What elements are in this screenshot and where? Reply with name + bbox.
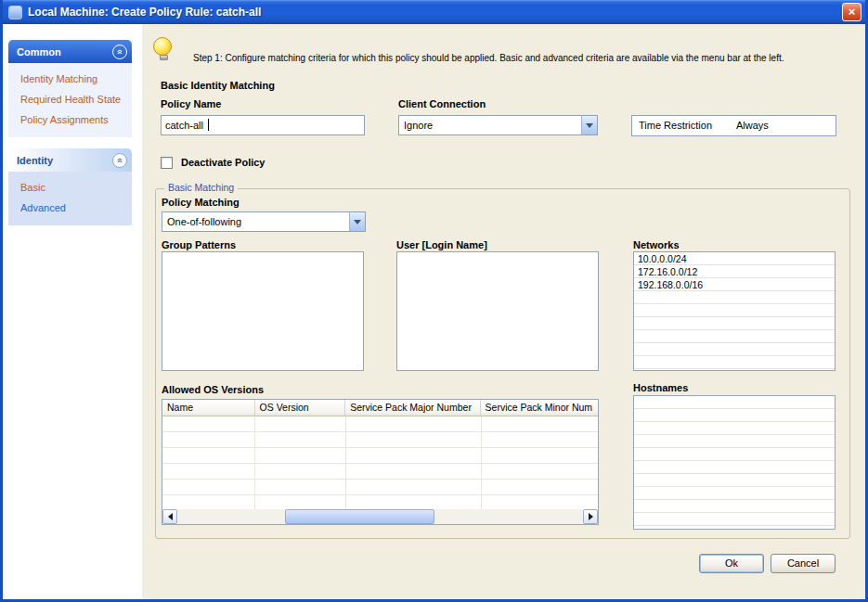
chevron-up-icon[interactable]: » <box>112 153 127 168</box>
scroll-left-icon[interactable] <box>162 509 177 524</box>
sidebar-item[interactable]: Identity Matching <box>8 69 132 89</box>
client-connection-label: Client Connection <box>398 98 486 109</box>
grid-line <box>254 416 255 509</box>
client-connection-dropdown[interactable]: Ignore <box>398 115 598 135</box>
sidebar-item[interactable]: Basic <box>8 177 132 198</box>
policy-matching-dropdown[interactable]: One-of-following <box>162 211 366 232</box>
sidebar: Common » Identity MatchingRequired Healt… <box>8 40 132 225</box>
cancel-button[interactable]: Cancel <box>771 554 836 573</box>
network-list-item[interactable]: 10.0.0.0/24 <box>634 252 835 265</box>
column-header[interactable]: Service Pack Major Number <box>345 400 480 416</box>
group-patterns-label: Group Patterns <box>162 239 236 250</box>
close-icon[interactable]: × <box>842 3 862 21</box>
policy-matching-label: Policy Matching <box>162 197 240 208</box>
horizontal-scrollbar[interactable] <box>162 509 598 524</box>
chevron-up-icon[interactable]: » <box>112 45 127 59</box>
time-restriction-field[interactable]: Time Restriction Always <box>631 115 836 136</box>
window-icon <box>8 6 22 19</box>
dialog-body: Common » Identity MatchingRequired Healt… <box>3 24 865 599</box>
policy-matching-value: One-of-following <box>167 216 241 227</box>
deactivate-policy-label: Deactivate Policy <box>181 157 266 168</box>
client-connection-value: Ignore <box>404 120 433 131</box>
window-title: Local Machine: Create Policy Rule: catch… <box>28 6 261 19</box>
user-login-listbox[interactable] <box>396 251 599 371</box>
network-list-item[interactable]: 192.168.0.0/16 <box>634 278 835 291</box>
column-header[interactable]: Name <box>162 400 255 416</box>
scroll-right-icon[interactable] <box>583 509 598 524</box>
network-list-item[interactable]: 172.16.0.0/12 <box>634 265 835 278</box>
text-caret <box>208 119 209 131</box>
user-login-label: User [Login Name] <box>396 239 487 250</box>
sidebar-item[interactable]: Advanced <box>8 198 132 218</box>
dropdown-arrow-icon[interactable] <box>349 212 365 231</box>
sidebar-section-common-header[interactable]: Common » <box>8 40 132 63</box>
step-instruction: Step 1: Configure matching criteria for … <box>193 52 834 64</box>
column-header[interactable]: Service Pack Minor Num <box>481 400 598 416</box>
sidebar-section-common-items: Identity MatchingRequired Health StatePo… <box>8 63 132 137</box>
dialog-window: Local Machine: Create Policy Rule: catch… <box>0 0 868 602</box>
ok-button[interactable]: Ok <box>699 554 764 573</box>
hostnames-label: Hostnames <box>633 382 688 393</box>
policy-name-field <box>161 115 365 135</box>
group-patterns-listbox[interactable] <box>162 251 364 371</box>
sidebar-item[interactable]: Required Health State <box>8 89 132 109</box>
lightbulb-icon <box>153 37 174 60</box>
time-restriction-value: Always <box>736 120 769 131</box>
section-heading: Basic Identity Matching <box>161 80 275 91</box>
scrollbar-thumb[interactable] <box>285 509 434 524</box>
main-panel: Step 1: Configure matching criteria for … <box>142 24 865 599</box>
dropdown-arrow-icon[interactable] <box>581 116 597 134</box>
sidebar-section-identity-title: Identity <box>17 155 53 166</box>
allowed-os-label: Allowed OS Versions <box>162 384 264 395</box>
time-restriction-label: Time Restriction <box>639 120 712 131</box>
title-bar[interactable]: Local Machine: Create Policy Rule: catch… <box>3 0 865 24</box>
basic-matching-legend: Basic Matching <box>164 182 238 193</box>
hostnames-listbox[interactable] <box>633 395 836 530</box>
sidebar-item[interactable]: Policy Assignments <box>8 109 132 130</box>
policy-name-label: Policy Name <box>161 98 221 109</box>
networks-listbox[interactable]: 10.0.0.0/24172.16.0.0/12192.168.0.0/16 <box>633 251 836 371</box>
networks-label: Networks <box>633 239 680 250</box>
allowed-os-body[interactable] <box>162 416 598 509</box>
deactivate-policy-checkbox[interactable] <box>161 157 173 169</box>
sidebar-section-identity-header[interactable]: Identity » <box>8 148 132 172</box>
policy-name-input[interactable] <box>161 115 365 135</box>
sidebar-section-identity-items: BasicAdvanced <box>8 172 132 225</box>
allowed-os-table[interactable]: NameOS VersionService Pack Major NumberS… <box>162 399 599 525</box>
grid-line <box>345 416 346 509</box>
allowed-os-header-row: NameOS VersionService Pack Major NumberS… <box>162 400 598 416</box>
column-header[interactable]: OS Version <box>255 400 346 416</box>
scrollbar-track[interactable] <box>177 509 583 524</box>
sidebar-section-common-title: Common <box>17 46 61 58</box>
grid-line <box>481 416 482 509</box>
